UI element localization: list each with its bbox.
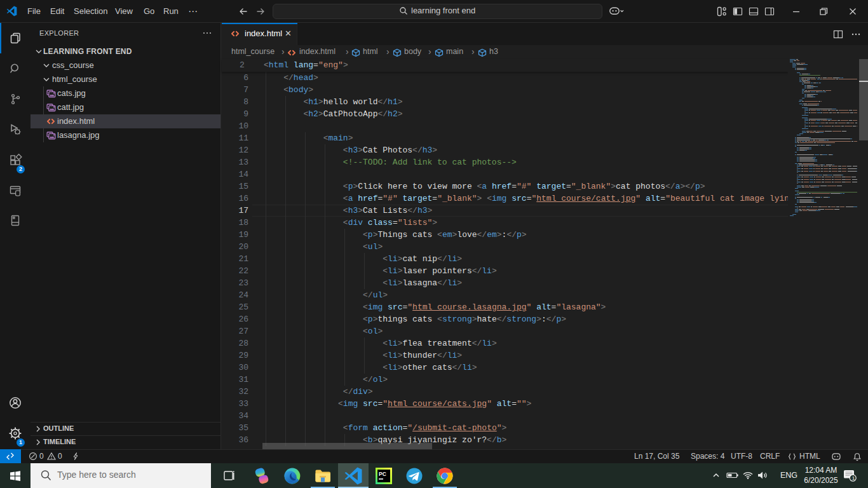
svg-text:PC: PC [379,470,386,477]
svg-text:1: 1 [852,475,855,481]
